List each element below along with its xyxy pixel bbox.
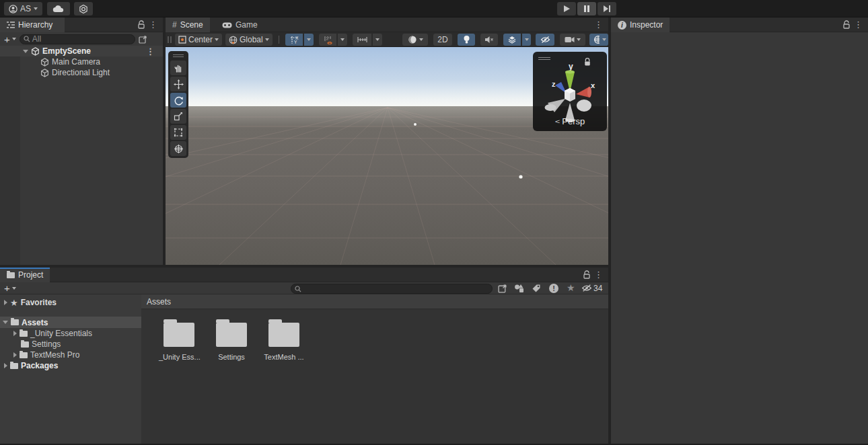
tree-item-textmesh-pro[interactable]: TextMesh Pro [0,350,141,360]
settings-button[interactable] [74,2,93,15]
cloud-button[interactable] [47,2,70,15]
tree-item-favorites[interactable]: ★ Favorites [0,297,141,308]
favorite-search-star-icon[interactable]: ★ [567,282,575,293]
asset-label: Settings [211,353,252,361]
inspector-lock-icon[interactable] [842,20,851,29]
account-label: AS [20,4,31,13]
star-icon: ★ [10,298,18,307]
hierarchy-item-directional-light[interactable]: Directional Light [0,67,163,78]
hierarchy-menu-button[interactable]: ⋮ [146,20,160,29]
foldout-closed-icon[interactable] [4,363,7,368]
snap-options-dropdown[interactable] [304,34,314,46]
draw-mode-dropdown[interactable] [402,34,428,46]
grid-snap-dropdown[interactable] [338,34,347,46]
increment-snap-dropdown[interactable] [373,34,382,46]
axis-x-label[interactable]: x [591,81,595,89]
axis-y-label[interactable]: y [569,62,573,71]
lightbulb-icon [463,35,470,44]
tab-game[interactable]: Game [215,17,264,32]
tab-scene[interactable]: # Scene [166,17,210,32]
2d-toggle-button[interactable]: 2D [433,34,452,46]
scale-tool[interactable] [170,109,186,124]
eye-crossed-icon [540,36,550,44]
axis-z-label[interactable]: z [552,80,556,88]
gizmos-dropdown[interactable] [600,34,608,46]
project-asset-grid[interactable]: Assets _Unity Ess... Settings TextMesh .… [141,294,608,444]
tab-hierarchy[interactable]: Hierarchy [0,17,65,32]
scene-viewport[interactable]: y z x <Persp [166,47,608,265]
project-search-input[interactable] [291,284,493,294]
search-by-label-icon[interactable] [532,284,541,293]
plus-icon: + [4,283,10,293]
camera-gizmo-dot[interactable] [414,123,417,126]
orientation-dropdown[interactable]: Global [225,34,273,46]
tree-item-settings[interactable]: Settings [0,339,141,350]
tree-item-assets[interactable]: Assets [0,317,141,328]
pivot-label: Center [188,35,213,44]
camera-settings-dropdown[interactable] [560,34,585,46]
rotate-tool[interactable] [170,93,186,108]
hierarchy-list-icon [7,22,15,28]
axis-neg-x-cone[interactable] [577,99,591,112]
transform-icon [174,144,184,154]
drag-handle[interactable] [168,36,169,43]
asset-folder-unity-essentials[interactable]: _Unity Ess... [159,323,199,361]
hidden-count-eye-icon[interactable] [581,284,592,292]
project-create-button[interactable]: + [4,283,16,293]
effects-dropdown[interactable] [522,34,531,46]
inspector-menu-button[interactable]: ⋮ [851,20,865,29]
account-button[interactable]: AS [4,2,42,15]
grid-snap-button[interactable] [319,34,336,46]
increment-snap-button[interactable] [353,34,371,46]
foldout-open-icon[interactable] [23,50,28,53]
light-gizmo-dot[interactable] [519,175,522,178]
snap-toggle-button[interactable]: YX [285,34,303,46]
orientation-gizmo[interactable]: y z x <Persp [533,52,607,131]
project-tree: ★ Favorites Assets _Unity Essentials Set… [0,294,141,444]
hierarchy-search-input[interactable]: All [20,34,135,44]
hierarchy-item-main-camera[interactable]: Main Camera [0,56,163,67]
hierarchy-item-label: Main Camera [52,57,100,67]
console-alert-icon[interactable]: ! [549,284,558,293]
rect-tool[interactable] [170,125,186,140]
play-button[interactable] [557,2,576,15]
overlay-drag-handle[interactable] [170,52,186,59]
scene-menu-button[interactable]: ⋮ [591,20,606,29]
pivot-dropdown[interactable]: Center [175,34,222,46]
project-tab-label: Project [18,270,43,280]
view-hand-tool[interactable] [170,60,186,75]
audio-toggle-button[interactable] [480,34,498,46]
pause-button[interactable] [577,2,596,15]
move-tool[interactable] [170,77,186,91]
project-menu-button[interactable]: ⋮ [591,270,606,279]
lighting-toggle-button[interactable] [458,34,475,46]
tree-item-unity-essentials[interactable]: _Unity Essentials [0,328,141,339]
transform-tool[interactable] [170,141,186,156]
scene-visibility-toggle-button[interactable] [536,34,554,46]
foldout-open-icon[interactable] [3,321,8,324]
projection-toggle[interactable]: <Persp [533,116,607,126]
scene-menu-button[interactable]: ⋮ [143,47,157,56]
project-lock-icon[interactable] [583,270,591,279]
tab-project[interactable]: Project [0,268,50,282]
foldout-closed-icon[interactable] [4,300,7,305]
foldout-closed-icon[interactable] [13,352,17,358]
asset-folder-textmesh-pro[interactable]: TextMesh ... [264,323,304,361]
hierarchy-create-button[interactable]: + [4,34,16,44]
open-search-window-icon[interactable] [139,35,147,44]
asset-folder-settings[interactable]: Settings [211,323,252,361]
open-search-window-icon[interactable] [498,284,507,293]
search-by-type-icon[interactable] [514,284,524,293]
hierarchy-item-scene[interactable]: EmptyScene ⋮ [0,46,163,56]
scene-icon [31,47,40,56]
overlay-drag-handle[interactable] [538,56,550,60]
foldout-closed-icon[interactable] [13,331,17,336]
tree-item-packages[interactable]: Packages [0,360,141,371]
chevron-down-icon [215,38,219,41]
gizmo-center-cube[interactable] [565,88,575,102]
effects-toggle-button[interactable] [503,34,521,46]
tab-inspector[interactable]: i Inspector [611,17,670,32]
chevron-down-icon [265,38,269,41]
step-button[interactable] [598,2,616,15]
hierarchy-lock-icon[interactable] [137,20,145,29]
